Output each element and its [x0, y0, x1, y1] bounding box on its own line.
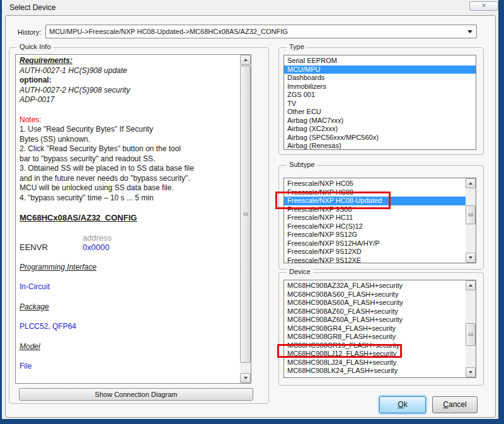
- history-value: MCU/MPU->Freescale/NXP HC08-Updated->MC6…: [49, 25, 462, 38]
- type-list-item[interactable]: Airbag (MAC7xxx): [284, 117, 476, 125]
- subtype-list-item[interactable]: Freescale/NXP HC05: [284, 180, 466, 188]
- history-combobox[interactable]: MCU/MPU->Freescale/NXP HC08-Updated->MC6…: [45, 25, 477, 38]
- scroll-up-icon: [469, 284, 472, 287]
- chevron-down-icon: [467, 30, 472, 33]
- select-device-dialog: Select Device ✕ History: MCU/MPU->Freesc…: [0, 0, 504, 424]
- type-list-item[interactable]: Airbag (XC2xxx): [284, 125, 476, 134]
- quick-info-line: [20, 253, 237, 263]
- quick-info-line: File: [20, 362, 237, 372]
- quick-info-scrollbar[interactable]: [240, 55, 251, 383]
- quick-info-line: Requirements:: [20, 56, 237, 66]
- device-scrollbar[interactable]: [466, 280, 476, 377]
- scroll-up-button[interactable]: [240, 55, 251, 65]
- quick-info-line: 4. "bypass security" time – 10 s ... 5 m…: [20, 193, 237, 203]
- scroll-up-icon: [244, 59, 248, 61]
- type-list-item[interactable]: TV: [284, 100, 476, 108]
- type-list-item[interactable]: Immobilizers: [284, 83, 476, 91]
- subtype-list-item[interactable]: Freescale/NXP HC(S)12: [284, 222, 466, 231]
- quick-info-line: [20, 332, 237, 342]
- type-list-item[interactable]: MCU/MPU: [284, 66, 476, 74]
- quick-info-line: [20, 105, 237, 115]
- device-list-item[interactable]: MC68HC908LJ12_FLASH+security: [284, 350, 466, 358]
- device-list-item[interactable]: MC68HC908AS60A_FLASH+security: [284, 299, 466, 307]
- scrollbar-grip-icon: [468, 333, 473, 336]
- show-connection-diagram-button[interactable]: Show Connection Diagram: [19, 388, 253, 401]
- scroll-down-icon: [244, 377, 248, 379]
- device-list-item[interactable]: MC68HC908AZ60A_FLASH+security: [284, 316, 466, 324]
- scroll-down-button[interactable]: [240, 373, 251, 383]
- device-legend: Device: [287, 268, 313, 275]
- subtype-scrollbar[interactable]: [466, 178, 476, 263]
- subtype-list-item[interactable]: Freescale/NXP 9S12XE: [284, 256, 466, 264]
- scroll-up-button[interactable]: [466, 178, 476, 188]
- device-list-item[interactable]: MC68HC908AZ32A_FLASH+security: [284, 282, 466, 290]
- quick-info-line: [20, 352, 237, 362]
- quick-info-line: MCU will be unlocked using SS data base …: [20, 183, 237, 193]
- scroll-down-button[interactable]: [466, 253, 476, 263]
- scrollbar-grip-icon: [243, 213, 248, 216]
- quick-info-line: In-Circuit: [20, 282, 237, 292]
- device-list-item[interactable]: MC68HC908AZ60_FLASH+security: [284, 307, 466, 316]
- scroll-down-icon: [469, 256, 472, 259]
- device-list-item[interactable]: MC68HC908AS60_FLASH+security: [284, 290, 466, 299]
- subtype-listbox[interactable]: Freescale/NXP HC05 Freescale/NXP HC08 Fr…: [284, 178, 476, 263]
- type-list-item[interactable]: Airbag (SPC56xxx/MPC560x): [284, 134, 476, 142]
- subtype-list-item[interactable]: Freescale/NXP HC08-Updated: [284, 197, 466, 205]
- device-listbox[interactable]: MC68HC908AZ32A_FLASH+security MC68HC908A…: [284, 280, 476, 378]
- window-border-left: [0, 0, 2, 424]
- subtype-list-item[interactable]: Freescale/NXP HC08: [284, 188, 466, 197]
- quick-info-line: Programming Interface: [20, 263, 237, 273]
- quick-info-line: bar to "bypass security" and readout SS.: [20, 154, 237, 164]
- subtype-list-item[interactable]: Freescale/NXP 9S12HA/HY/P: [284, 239, 466, 248]
- subtype-list-item[interactable]: Freescale/NXP 9S12XD: [284, 248, 466, 256]
- scroll-up-icon: [469, 182, 472, 185]
- scroll-down-icon: [469, 371, 472, 374]
- quick-info-line: AUTH-0027-2 HC(S)908 security: [20, 86, 237, 96]
- scrollbar-thumb[interactable]: [466, 323, 476, 346]
- quick-info-line: and in the future never needs do "bypass…: [20, 174, 237, 184]
- ok-button[interactable]: Ok: [379, 396, 426, 413]
- scroll-up-button[interactable]: [466, 280, 476, 290]
- quick-info-line: address: [20, 233, 237, 243]
- device-list-item[interactable]: MC68HC908GR16_FLASH+security: [284, 341, 466, 350]
- subtype-legend: Subtype: [287, 161, 317, 168]
- scrollbar-grip-icon: [468, 214, 473, 217]
- quick-info-line: 1. Use "Read Security Bytes" If Security: [20, 125, 237, 135]
- device-list-item[interactable]: MC68HC908LJ24_FLASH+security: [284, 358, 466, 367]
- quick-info-legend: Quick Info: [17, 43, 54, 50]
- type-listbox[interactable]: Serial EEPROM MCU/MPU Dashboards Immobil…: [284, 55, 476, 150]
- quick-info-line: [20, 223, 237, 233]
- type-list-item[interactable]: Serial EEPROM: [284, 57, 476, 66]
- close-button[interactable]: ✕: [469, 1, 498, 11]
- quick-info-line: ADP-0017: [20, 95, 237, 105]
- quick-info-line: Package: [20, 302, 237, 312]
- scroll-down-button[interactable]: [466, 367, 476, 377]
- quick-info-content: Requirements: AUTH-0027-1 HC(S)908 updat…: [20, 56, 237, 372]
- quick-info-line: EENVR0x0000: [20, 243, 237, 253]
- quick-info-line: optional:: [20, 76, 237, 86]
- cancel-button[interactable]: Cancel: [432, 396, 478, 413]
- subtype-list-item[interactable]: Freescale/NXP 9S08: [284, 205, 466, 214]
- quick-info-line: PLCC52, QFP64: [20, 322, 237, 332]
- type-list-item[interactable]: Other ECU: [284, 108, 476, 117]
- window-border-bottom: [0, 419, 504, 424]
- subtype-list-item[interactable]: Freescale/NXP 9S12G: [284, 231, 466, 239]
- quick-info-line: AUTH-0027-1 HC(S)908 update: [20, 66, 237, 76]
- quick-info-line: [20, 312, 237, 322]
- device-list-item[interactable]: MC68HC908LK24_FLASH+security: [284, 367, 466, 375]
- subtype-list-item[interactable]: Freescale/NXP HC11: [284, 214, 466, 222]
- quick-info-line: Notes:: [20, 115, 237, 125]
- scrollbar-thumb[interactable]: [240, 66, 251, 363]
- quick-info-line: [20, 292, 237, 302]
- type-list-item[interactable]: ZGS 001: [284, 91, 476, 100]
- quick-info-line: Model: [20, 342, 237, 352]
- device-list-item[interactable]: MC68HC908GR8_FLASH+security: [284, 333, 466, 341]
- scrollbar-thumb[interactable]: [466, 205, 476, 224]
- quick-info-line: MC68HCx08AS/AZ32_CONFIG: [20, 213, 237, 223]
- type-list-item[interactable]: Airbag (Renesas): [284, 142, 476, 150]
- type-legend: Type: [287, 43, 307, 50]
- type-list-item[interactable]: Dashboards: [284, 74, 476, 83]
- device-list-item[interactable]: MC68HC908GR4_FLASH+security: [284, 324, 466, 333]
- quick-info-line: [20, 203, 237, 213]
- window-border-right: [498, 0, 504, 424]
